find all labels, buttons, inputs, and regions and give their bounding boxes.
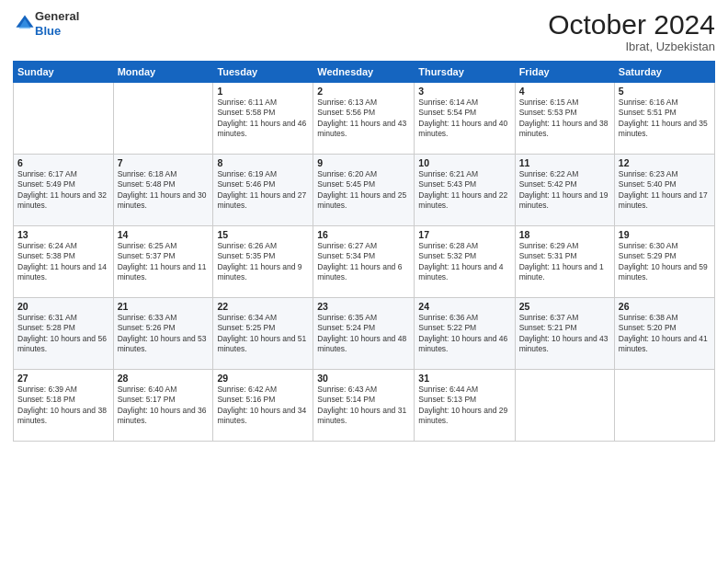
day-info: Sunrise: 6:25 AMSunset: 5:37 PMDaylight:… <box>118 241 210 283</box>
day-number: 16 <box>317 229 410 240</box>
day-number: 24 <box>418 301 510 312</box>
day-number: 12 <box>619 157 711 168</box>
day-info: Sunrise: 6:44 AMSunset: 5:13 PMDaylight:… <box>418 385 510 427</box>
header-saturday: Saturday <box>614 62 714 83</box>
day-number: 10 <box>418 157 510 168</box>
day-number: 30 <box>317 373 410 384</box>
day-number: 4 <box>519 86 610 97</box>
day-info: Sunrise: 6:39 AMSunset: 5:18 PMDaylight:… <box>17 385 109 427</box>
day-info: Sunrise: 6:36 AMSunset: 5:22 PMDaylight:… <box>418 313 510 355</box>
day-info: Sunrise: 6:23 AMSunset: 5:40 PMDaylight:… <box>619 169 711 212</box>
day-number: 3 <box>418 86 510 97</box>
table-row: 24Sunrise: 6:36 AMSunset: 5:22 PMDayligh… <box>415 298 515 370</box>
day-number: 21 <box>118 301 210 312</box>
day-number: 8 <box>217 157 309 168</box>
header-thursday: Thursday <box>415 62 515 83</box>
day-number: 6 <box>17 157 109 168</box>
day-info: Sunrise: 6:28 AMSunset: 5:32 PMDaylight:… <box>418 241 510 283</box>
day-info: Sunrise: 6:24 AMSunset: 5:38 PMDaylight:… <box>17 241 109 283</box>
day-info: Sunrise: 6:14 AMSunset: 5:54 PMDaylight:… <box>418 98 510 140</box>
day-number: 7 <box>118 157 210 168</box>
table-row: 9Sunrise: 6:20 AMSunset: 5:45 PMDaylight… <box>313 155 415 226</box>
table-row: 3Sunrise: 6:14 AMSunset: 5:54 PMDaylight… <box>415 83 515 155</box>
day-info: Sunrise: 6:16 AMSunset: 5:51 PMDaylight:… <box>619 98 711 140</box>
day-info: Sunrise: 6:37 AMSunset: 5:21 PMDaylight:… <box>519 313 610 355</box>
header-monday: Monday <box>113 62 213 83</box>
day-info: Sunrise: 6:43 AMSunset: 5:14 PMDaylight:… <box>317 385 410 427</box>
table-row: 25Sunrise: 6:37 AMSunset: 5:21 PMDayligh… <box>515 298 614 370</box>
day-number: 22 <box>217 301 309 312</box>
calendar-table: Sunday Monday Tuesday Wednesday Thursday… <box>13 61 715 442</box>
table-row: 26Sunrise: 6:38 AMSunset: 5:20 PMDayligh… <box>614 298 714 370</box>
day-info: Sunrise: 6:30 AMSunset: 5:29 PMDaylight:… <box>619 241 711 283</box>
table-row: 4Sunrise: 6:15 AMSunset: 5:53 PMDaylight… <box>515 83 614 155</box>
day-info: Sunrise: 6:40 AMSunset: 5:17 PMDaylight:… <box>118 385 210 427</box>
day-info: Sunrise: 6:22 AMSunset: 5:42 PMDaylight:… <box>519 169 610 212</box>
table-row: 29Sunrise: 6:42 AMSunset: 5:16 PMDayligh… <box>213 370 313 442</box>
table-row: 27Sunrise: 6:39 AMSunset: 5:18 PMDayligh… <box>14 370 114 442</box>
header-friday: Friday <box>515 62 614 83</box>
day-info: Sunrise: 6:34 AMSunset: 5:25 PMDaylight:… <box>217 313 309 355</box>
logo: General Blue <box>13 9 79 38</box>
day-info: Sunrise: 6:26 AMSunset: 5:35 PMDaylight:… <box>217 241 309 283</box>
day-number: 25 <box>519 301 610 312</box>
table-row <box>113 83 213 155</box>
table-row: 6Sunrise: 6:17 AMSunset: 5:49 PMDaylight… <box>14 155 114 226</box>
day-number: 27 <box>17 373 109 384</box>
day-number: 1 <box>217 86 309 97</box>
header-wednesday: Wednesday <box>313 62 415 83</box>
table-row: 7Sunrise: 6:18 AMSunset: 5:48 PMDaylight… <box>113 155 213 226</box>
table-row: 20Sunrise: 6:31 AMSunset: 5:28 PMDayligh… <box>14 298 114 370</box>
logo-blue: Blue <box>35 24 79 39</box>
day-info: Sunrise: 6:13 AMSunset: 5:56 PMDaylight:… <box>317 98 410 140</box>
table-row: 31Sunrise: 6:44 AMSunset: 5:13 PMDayligh… <box>415 370 515 442</box>
day-info: Sunrise: 6:38 AMSunset: 5:20 PMDaylight:… <box>619 313 711 355</box>
day-info: Sunrise: 6:21 AMSunset: 5:43 PMDaylight:… <box>418 169 510 212</box>
table-row: 1Sunrise: 6:11 AMSunset: 5:58 PMDaylight… <box>213 83 313 155</box>
table-row: 8Sunrise: 6:19 AMSunset: 5:46 PMDaylight… <box>213 155 313 226</box>
day-number: 23 <box>317 301 410 312</box>
day-number: 26 <box>619 301 711 312</box>
table-row: 2Sunrise: 6:13 AMSunset: 5:56 PMDaylight… <box>313 83 415 155</box>
day-number: 17 <box>418 229 510 240</box>
day-number: 2 <box>317 86 410 97</box>
title-block: October 2024 Ibrat, Uzbekistan <box>548 9 715 53</box>
day-number: 31 <box>418 373 510 384</box>
day-info: Sunrise: 6:42 AMSunset: 5:16 PMDaylight:… <box>217 385 309 427</box>
table-row: 12Sunrise: 6:23 AMSunset: 5:40 PMDayligh… <box>614 155 714 226</box>
day-number: 14 <box>118 229 210 240</box>
logo-icon <box>15 14 35 34</box>
table-row: 5Sunrise: 6:16 AMSunset: 5:51 PMDaylight… <box>614 83 714 155</box>
day-number: 15 <box>217 229 309 240</box>
day-number: 13 <box>17 229 109 240</box>
table-row: 17Sunrise: 6:28 AMSunset: 5:32 PMDayligh… <box>415 226 515 298</box>
day-number: 29 <box>217 373 309 384</box>
day-number: 11 <box>519 157 610 168</box>
day-number: 19 <box>619 229 711 240</box>
table-row: 28Sunrise: 6:40 AMSunset: 5:17 PMDayligh… <box>113 370 213 442</box>
day-info: Sunrise: 6:15 AMSunset: 5:53 PMDaylight:… <box>519 98 610 140</box>
table-row <box>515 370 614 442</box>
day-number: 5 <box>619 86 711 97</box>
table-row: 22Sunrise: 6:34 AMSunset: 5:25 PMDayligh… <box>213 298 313 370</box>
day-info: Sunrise: 6:27 AMSunset: 5:34 PMDaylight:… <box>317 241 410 283</box>
table-row: 11Sunrise: 6:22 AMSunset: 5:42 PMDayligh… <box>515 155 614 226</box>
table-row: 13Sunrise: 6:24 AMSunset: 5:38 PMDayligh… <box>14 226 114 298</box>
day-info: Sunrise: 6:31 AMSunset: 5:28 PMDaylight:… <box>17 313 109 355</box>
day-info: Sunrise: 6:33 AMSunset: 5:26 PMDaylight:… <box>118 313 210 355</box>
table-row: 14Sunrise: 6:25 AMSunset: 5:37 PMDayligh… <box>113 226 213 298</box>
table-row: 30Sunrise: 6:43 AMSunset: 5:14 PMDayligh… <box>313 370 415 442</box>
day-info: Sunrise: 6:29 AMSunset: 5:31 PMDaylight:… <box>519 241 610 283</box>
table-row: 18Sunrise: 6:29 AMSunset: 5:31 PMDayligh… <box>515 226 614 298</box>
table-row: 21Sunrise: 6:33 AMSunset: 5:26 PMDayligh… <box>113 298 213 370</box>
table-row: 23Sunrise: 6:35 AMSunset: 5:24 PMDayligh… <box>313 298 415 370</box>
day-info: Sunrise: 6:20 AMSunset: 5:45 PMDaylight:… <box>317 169 410 212</box>
day-number: 18 <box>519 229 610 240</box>
logo-general: General <box>35 9 79 24</box>
month-title: October 2024 <box>548 9 715 40</box>
location: Ibrat, Uzbekistan <box>548 40 715 53</box>
header-sunday: Sunday <box>14 62 114 83</box>
day-info: Sunrise: 6:11 AMSunset: 5:58 PMDaylight:… <box>217 98 309 140</box>
table-row: 19Sunrise: 6:30 AMSunset: 5:29 PMDayligh… <box>614 226 714 298</box>
table-row <box>614 370 714 442</box>
